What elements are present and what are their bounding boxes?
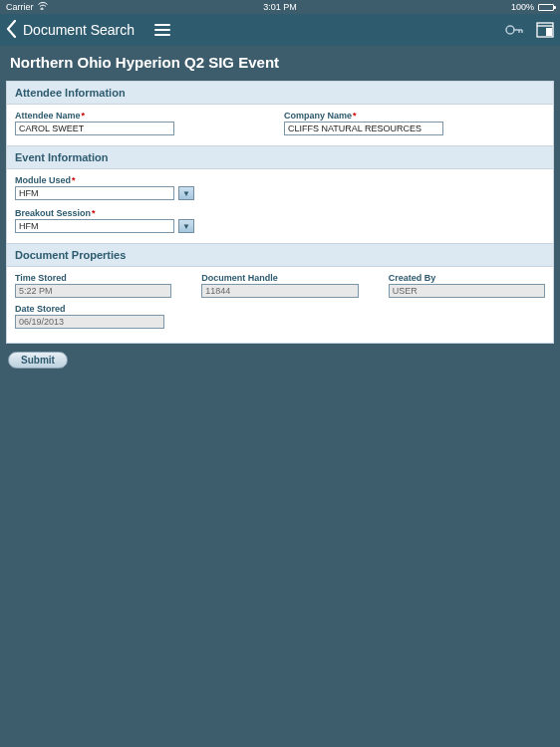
page-title: Northern Ohio Hyperion Q2 SIG Event [0, 46, 560, 81]
back-chevron-icon[interactable] [6, 20, 17, 41]
module-used-input[interactable] [15, 186, 174, 200]
section-body-attendee: Attendee Name* Company Name* [7, 105, 553, 145]
svg-rect-3 [546, 28, 552, 36]
status-bar: Carrier 3:01 PM 100% [0, 0, 560, 14]
field-handle: Document Handle [201, 273, 358, 298]
section-header-docprops: Document Properties [7, 243, 553, 267]
field-attendee-name: Attendee Name* [15, 111, 174, 135]
carrier-label: Carrier [6, 2, 34, 12]
required-icon: * [353, 111, 357, 121]
created-by-input [389, 284, 545, 298]
svg-point-0 [506, 26, 514, 34]
back-button[interactable]: Document Search [23, 22, 135, 38]
form-container: Attendee Information Attendee Name* Comp… [6, 81, 554, 344]
wifi-icon [38, 2, 48, 12]
attendee-name-label: Attendee Name* [15, 111, 174, 121]
attendee-name-input[interactable] [15, 122, 174, 135]
required-icon: * [92, 208, 96, 218]
battery-icon [538, 4, 554, 11]
date-stored-label: Date Stored [15, 304, 164, 314]
time-stored-input [15, 284, 171, 298]
battery-label: 100% [511, 2, 534, 12]
breakout-label: Breakout Session* [15, 208, 545, 218]
key-icon[interactable] [504, 22, 524, 38]
submit-row: Submit [0, 344, 560, 374]
time-stored-label: Time Stored [15, 273, 171, 283]
field-breakout: Breakout Session* ▼ [15, 208, 545, 233]
breakout-combo: ▼ [15, 219, 545, 233]
section-body-docprops: Time Stored Document Handle Created By D… [7, 267, 553, 339]
nav-right [504, 22, 554, 38]
created-by-label: Created By [389, 273, 545, 283]
field-company-name: Company Name* [284, 111, 443, 135]
status-right: 100% [511, 2, 554, 12]
required-icon: * [72, 175, 76, 185]
window-icon[interactable] [536, 22, 554, 38]
handle-input [201, 284, 358, 298]
dropdown-icon[interactable]: ▼ [178, 219, 194, 233]
required-icon: * [82, 111, 86, 121]
breakout-input[interactable] [15, 219, 174, 233]
status-left: Carrier [6, 2, 48, 12]
nav-bar: Document Search [0, 14, 560, 46]
field-created-by: Created By [389, 273, 545, 298]
field-module-used: Module Used* ▼ [15, 175, 545, 200]
field-time-stored: Time Stored [15, 273, 171, 298]
menu-icon[interactable] [154, 24, 170, 36]
status-time: 3:01 PM [263, 2, 297, 12]
date-stored-input [15, 315, 164, 329]
submit-button[interactable]: Submit [8, 352, 68, 369]
handle-label: Document Handle [201, 273, 358, 283]
section-body-event: Module Used* ▼ Breakout Session* ▼ [7, 169, 553, 243]
nav-left: Document Search [6, 20, 170, 41]
dropdown-icon[interactable]: ▼ [178, 186, 194, 200]
section-header-attendee: Attendee Information [7, 82, 553, 105]
field-date-stored: Date Stored [15, 304, 164, 329]
section-header-event: Event Information [7, 145, 553, 169]
module-used-combo: ▼ [15, 186, 545, 200]
company-name-input[interactable] [284, 122, 443, 135]
module-used-label: Module Used* [15, 175, 545, 185]
company-name-label: Company Name* [284, 111, 443, 121]
